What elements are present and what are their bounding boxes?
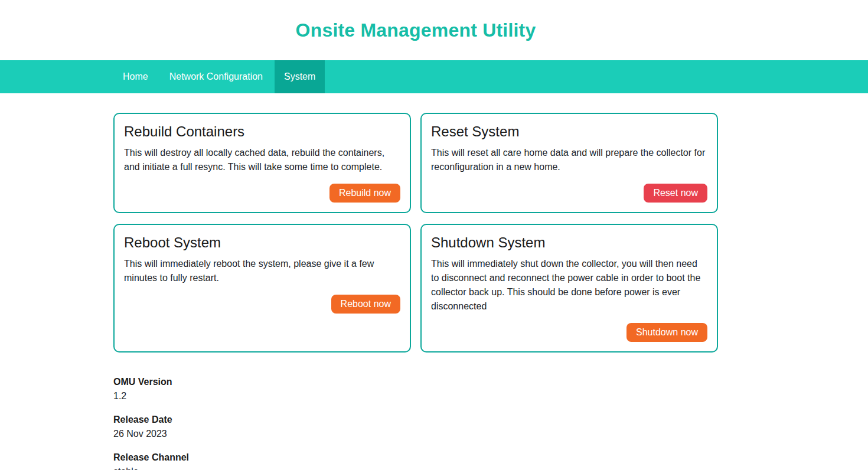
info-omu-version: OMU Version 1.2 bbox=[113, 375, 718, 403]
rebuild-now-button[interactable]: Rebuild now bbox=[329, 184, 400, 203]
info-label: OMU Version bbox=[113, 375, 718, 389]
card-button-row: Reboot now bbox=[124, 295, 400, 314]
shutdown-now-button[interactable]: Shutdown now bbox=[626, 323, 707, 342]
page-title: Onsite Management Utility bbox=[0, 19, 831, 41]
info-release-date: Release Date 26 Nov 2023 bbox=[113, 413, 718, 441]
info-release-channel: Release Channel stable bbox=[113, 451, 718, 470]
card-button-row: Rebuild now bbox=[124, 184, 400, 203]
info-value: 26 Nov 2023 bbox=[113, 427, 718, 441]
info-value: stable bbox=[113, 465, 718, 470]
reboot-now-button[interactable]: Reboot now bbox=[331, 295, 400, 314]
card-description: This will destroy all locally cached dat… bbox=[124, 146, 400, 174]
nav-list: Home Network Configuration System bbox=[0, 60, 327, 93]
main-navbar: Home Network Configuration System bbox=[0, 60, 868, 93]
card-shutdown-system: Shutdown System This will immediately sh… bbox=[420, 224, 718, 352]
nav-item-home[interactable]: Home bbox=[113, 60, 158, 93]
card-title: Reset System bbox=[431, 123, 707, 140]
version-info: OMU Version 1.2 Release Date 26 Nov 2023… bbox=[113, 375, 718, 470]
card-description: This will immediately shut down the coll… bbox=[431, 257, 707, 314]
nav-item-system[interactable]: System bbox=[275, 60, 325, 93]
card-title: Reboot System bbox=[124, 234, 400, 251]
nav-item-network-configuration[interactable]: Network Configuration bbox=[160, 60, 272, 93]
card-button-row: Shutdown now bbox=[431, 323, 707, 342]
card-description: This will reset all care home data and w… bbox=[431, 146, 707, 174]
info-label: Release Channel bbox=[113, 451, 718, 465]
card-reset-system: Reset System This will reset all care ho… bbox=[420, 113, 718, 213]
card-grid: Rebuild Containers This will destroy all… bbox=[113, 113, 718, 352]
card-rebuild-containers: Rebuild Containers This will destroy all… bbox=[113, 113, 411, 213]
card-button-row: Reset now bbox=[431, 184, 707, 203]
page-header: Onsite Management Utility bbox=[0, 0, 868, 60]
info-value: 1.2 bbox=[113, 389, 718, 403]
info-label: Release Date bbox=[113, 413, 718, 427]
card-title: Rebuild Containers bbox=[124, 123, 400, 140]
card-description: This will immediately reboot the system,… bbox=[124, 257, 400, 285]
reset-now-button[interactable]: Reset now bbox=[644, 184, 707, 203]
main-content: Rebuild Containers This will destroy all… bbox=[113, 113, 718, 352]
card-reboot-system: Reboot System This will immediately rebo… bbox=[113, 224, 411, 352]
card-title: Shutdown System bbox=[431, 234, 707, 251]
